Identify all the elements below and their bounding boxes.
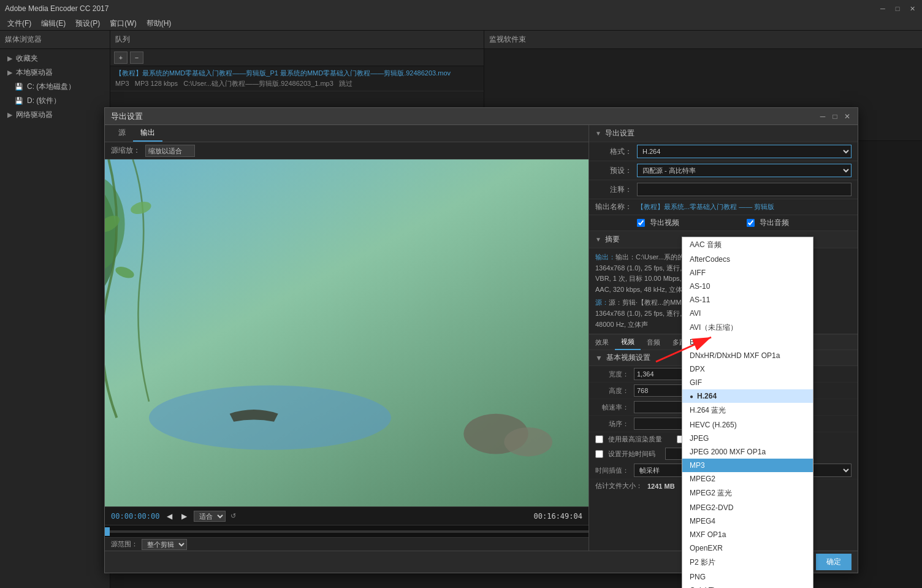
comment-row: 注释： xyxy=(589,180,858,199)
format-label: 格式： xyxy=(595,147,632,157)
estimate-value: 1241 MB xyxy=(647,483,675,490)
selected-dot: ● xyxy=(690,393,693,400)
time-end: 00:16:49:04 xyxy=(534,512,582,521)
svg-line-18 xyxy=(656,337,711,362)
section-toggle[interactable]: ▼ xyxy=(595,354,603,362)
format-option-openexr[interactable]: OpenEXR xyxy=(682,541,813,555)
source-shrink-row: 源缩放： 缩放以适合 xyxy=(105,142,589,159)
output-name-value[interactable]: 【教程】最系统...零基础入门教程 —— 剪辑版 xyxy=(637,202,774,212)
format-row: 格式： H.264 xyxy=(589,142,858,161)
output-name-label: 输出名称： xyxy=(595,202,632,212)
svg-point-16 xyxy=(504,427,552,456)
dialog-overlay: 导出设置 ─ □ ✕ 源 输出 源缩放： 缩放以适合 xyxy=(0,0,922,588)
progress-track xyxy=(105,530,589,533)
source-shrink-select[interactable]: 缩放以适合 xyxy=(145,145,195,157)
format-select[interactable]: H.264 xyxy=(637,145,852,158)
source-range-row: 源范围： 整个剪辑 xyxy=(105,537,589,551)
format-option-aac[interactable]: AAC 音频 xyxy=(682,237,813,253)
section-triangle: ▼ xyxy=(595,130,601,137)
bg-vegetation xyxy=(105,159,589,506)
fit-select[interactable]: 适合 xyxy=(194,511,226,522)
format-option-mxf[interactable]: MXF OP1a xyxy=(682,528,813,541)
preset-select[interactable]: 四配源 - 高比特率 xyxy=(637,164,852,177)
output-label: 输出： xyxy=(595,253,615,261)
red-arrow xyxy=(650,331,723,370)
width-label: 宽度： xyxy=(595,370,629,379)
comment-label: 注释： xyxy=(595,185,632,195)
field-order-input[interactable] xyxy=(634,418,683,430)
format-option-jpeg2000[interactable]: JPEG 2000 MXF OP1a xyxy=(682,445,813,459)
ok-button[interactable]: 确定 xyxy=(816,554,852,570)
export-audio-checkbox[interactable] xyxy=(747,219,755,227)
time-interpolation-label: 时间插值： xyxy=(595,466,629,475)
export-video-checkbox[interactable] xyxy=(637,219,645,227)
play-button[interactable]: ▶ xyxy=(179,511,189,521)
source-range-label: 源范围： xyxy=(111,540,138,549)
export-settings-header: ▼ 导出设置 xyxy=(589,125,858,142)
export-checkbox-row: 导出视频 导出音频 xyxy=(589,215,858,231)
format-option-quicktime[interactable]: QuickTime xyxy=(682,584,813,588)
height-label: 高度： xyxy=(595,386,629,395)
output-name-row: 输出名称： 【教程】最系统...零基础入门教程 —— 剪辑版 xyxy=(589,199,858,215)
height-input[interactable] xyxy=(634,384,683,397)
fps-label: 帧速率： xyxy=(595,403,629,412)
dialog-title-bar: 导出设置 ─ □ ✕ xyxy=(105,108,858,125)
tab-effects[interactable]: 效果 xyxy=(589,335,615,349)
estimate-label: 估计文件大小： xyxy=(595,481,642,491)
preset-row: 预设： 四配源 - 高比特率 xyxy=(589,161,858,180)
format-option-jpeg[interactable]: JPEG xyxy=(682,432,813,445)
comment-input[interactable] xyxy=(637,183,852,196)
max-quality-label: 使用最高渲染质量 xyxy=(608,435,662,444)
field-order-label: 场序： xyxy=(595,419,629,429)
format-option-as10[interactable]: AS-10 xyxy=(682,280,813,293)
prev-frame-button[interactable]: ◀ xyxy=(164,511,174,521)
format-option-png[interactable]: PNG xyxy=(682,570,813,584)
source-shrink-label: 源缩放： xyxy=(111,145,140,156)
width-input[interactable] xyxy=(634,368,683,380)
export-audio-label: 导出音频 xyxy=(760,218,852,228)
source-label: 源： xyxy=(595,299,609,306)
loop-icon[interactable]: ↺ xyxy=(230,512,236,520)
format-option-h264-blu[interactable]: H.264 蓝光 xyxy=(682,403,813,418)
format-option-mpeg2-dvd[interactable]: MPEG2-DVD xyxy=(682,501,813,514)
dialog-close-button[interactable]: ✕ xyxy=(843,112,852,121)
export-video-label: 导出视频 xyxy=(650,218,742,228)
format-option-p2[interactable]: P2 影片 xyxy=(682,555,813,570)
preset-label: 预设： xyxy=(595,166,632,176)
format-option-avi[interactable]: AVI xyxy=(682,307,813,320)
format-option-aftercodecs[interactable]: AfterCodecs xyxy=(682,253,813,266)
playback-controls: 00:00:00:00 ◀ ▶ 适合 ↺ 00:16:49:04 xyxy=(105,506,589,525)
start-timecode-label: 设置开始时间码 xyxy=(608,449,655,459)
format-option-mpeg2[interactable]: MPEG2 xyxy=(682,472,813,486)
start-timecode-checkbox[interactable] xyxy=(595,450,603,458)
format-option-gif[interactable]: GIF xyxy=(682,376,813,389)
format-option-h264[interactable]: ● H.264 xyxy=(682,389,813,403)
video-preview: 白歌BESING lululu xyxy=(105,159,589,506)
format-option-mp3[interactable]: MP3 xyxy=(682,459,813,472)
max-quality-checkbox[interactable] xyxy=(595,435,603,443)
preview-area: 源 输出 源缩放： 缩放以适合 白歌BESING lululu xyxy=(105,125,589,551)
format-option-hevc[interactable]: HEVC (H.265) xyxy=(682,418,813,432)
format-option-aiff[interactable]: AIFF xyxy=(682,266,813,280)
progress-handle[interactable] xyxy=(105,527,110,536)
format-option-mpeg4[interactable]: MPEG4 xyxy=(682,514,813,528)
dialog-minimize-button[interactable]: ─ xyxy=(818,112,827,121)
preview-tabs: 源 输出 xyxy=(105,125,589,142)
dialog-restore-button[interactable]: □ xyxy=(831,112,839,121)
fps-input[interactable] xyxy=(634,401,683,413)
source-range-select[interactable]: 整个剪辑 xyxy=(142,539,187,550)
dialog-title: 导出设置 xyxy=(111,111,818,122)
progress-area[interactable] xyxy=(105,525,589,537)
format-option-as11[interactable]: AS-11 xyxy=(682,293,813,307)
dialog-controls[interactable]: ─ □ ✕ xyxy=(818,112,852,121)
video-frame: 白歌BESING lululu xyxy=(105,159,589,506)
tab-source[interactable]: 源 xyxy=(111,125,133,142)
aac-label: AAC 音频 xyxy=(690,240,722,250)
tab-video[interactable]: 视频 xyxy=(615,335,641,350)
format-dropdown[interactable]: AAC 音频 AfterCodecs AIFF AS-10 AS-11 AVI … xyxy=(682,237,813,588)
time-display: 00:00:00:00 xyxy=(111,512,159,521)
tab-output[interactable]: 输出 xyxy=(133,125,162,142)
format-option-mpeg2-blu[interactable]: MPEG2 蓝光 xyxy=(682,486,813,501)
